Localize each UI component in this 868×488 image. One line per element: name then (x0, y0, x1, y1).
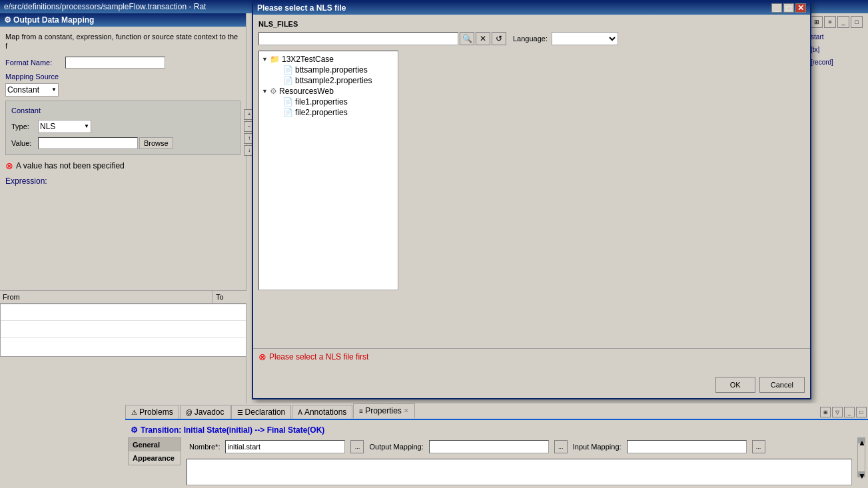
bottom-content: ⚙ Transition: Initial State(initial) -->… (125, 420, 868, 488)
value-label: Value: (11, 139, 38, 147)
declaration-icon: ☰ (237, 409, 243, 416)
nls-dialog: Please select a NLS file _ □ ✕ NLS_FILES (252, 0, 811, 399)
format-name-input[interactable] (65, 57, 165, 69)
language-label: Language: (513, 35, 548, 43)
dialog-status: ⊗ Please select a NLS file first (253, 348, 810, 365)
to-column-header: To (213, 291, 246, 303)
status-error-icon: ⊗ (258, 352, 266, 362)
table-row (1, 338, 246, 354)
expand-icon: ▼ (262, 88, 270, 95)
scrollbar[interactable]: ▲ ▼ (857, 437, 865, 477)
maximize-button[interactable]: □ (783, 3, 794, 13)
tab-problems-label: Problems (139, 407, 173, 417)
close-button[interactable]: ✕ (795, 3, 806, 13)
transition-icon: ⚙ (131, 425, 138, 435)
dialog-titlebar: Please select a NLS file _ □ ✕ (253, 1, 810, 15)
dialog-title-buttons: _ □ ✕ (771, 3, 806, 13)
tab-close-icon[interactable]: ✕ (404, 407, 409, 414)
tab-declaration[interactable]: ☰ Declaration (231, 405, 292, 419)
gear-icon-left: ⚙ (4, 15, 11, 25)
right-panel: ⊞ ≡ _ □ start [tx] [record] (808, 13, 868, 406)
output-mapping-label: Output Mapping: (369, 443, 423, 451)
file-icon: 📄 (283, 76, 293, 85)
tab-problems[interactable]: ⚠ Problems (125, 405, 179, 419)
output-mapping-input[interactable] (429, 440, 549, 453)
tree-item-file1[interactable]: 📄 file1.properties (262, 97, 395, 107)
tab-toolbar-btn4[interactable]: □ (856, 407, 867, 417)
tree-item-label: ResourcesWeb (279, 87, 334, 96)
transition-text: Transition: Initial State(initial) --> F… (141, 425, 324, 435)
general-appearance-tabs: General Appearance (128, 437, 181, 465)
general-tab[interactable]: General (129, 438, 181, 451)
tab-javadoc[interactable]: @ Javadoc (180, 405, 230, 419)
annotations-icon: A (298, 409, 302, 416)
nombre-more-button[interactable]: ... (350, 440, 364, 453)
tree-item-bttsample2[interactable]: 📄 bttsample2.properties (262, 75, 395, 86)
maximize-icon: □ (786, 3, 791, 13)
nls-type-dropdown[interactable]: NLS ▼ (38, 120, 91, 133)
file-icon: 📄 (283, 97, 293, 107)
tree-item-13x2testcase[interactable]: ▼ 📁 13X2TestCase (262, 54, 395, 65)
search-input[interactable] (258, 32, 458, 45)
expression-row: Expression: (5, 176, 240, 186)
tab-properties[interactable]: ≡ Properties ✕ (353, 403, 415, 419)
dialog-title: Please select a NLS file (257, 3, 346, 13)
minimize-button[interactable]: _ (771, 3, 782, 13)
browse-button[interactable]: Browse (139, 137, 173, 149)
error-icon: ⊗ (5, 160, 13, 171)
right-btn-4[interactable]: □ (851, 16, 863, 28)
table-row (1, 304, 246, 321)
left-panel-title: ⚙ Output Data Mapping (0, 13, 246, 27)
scroll-down-arrow[interactable]: ▼ (858, 471, 865, 477)
tab-toolbar-btn1[interactable]: ⊞ (820, 407, 831, 417)
from-column-header: From (0, 291, 213, 303)
ide-title: e/src/definitions/processors/sampleFlow.… (4, 2, 206, 11)
status-message: Please select a NLS file first (269, 352, 368, 362)
expression-label: Expression: (5, 176, 47, 186)
chevron-down-icon: ▼ (51, 87, 57, 93)
search-icon: 🔍 (462, 34, 472, 43)
constant-dropdown[interactable]: Constant ▼ (5, 83, 59, 97)
appearance-tab[interactable]: Appearance (129, 451, 181, 465)
refresh-button[interactable]: ↺ (492, 32, 506, 45)
folder-icon: 📁 (270, 55, 280, 64)
file-tree[interactable]: ▼ 📁 13X2TestCase 📄 bttsample.properties … (258, 51, 398, 290)
right-btn-3[interactable]: _ (837, 16, 849, 28)
search-bar: 🔍 ✕ ↺ Language: (258, 32, 805, 45)
tree-item-resourcesweb[interactable]: ▼ ⚙ ResourcesWeb (262, 86, 395, 97)
nls-chevron-icon: ▼ (84, 123, 89, 129)
search-button[interactable]: 🔍 (460, 32, 474, 45)
clear-icon: ✕ (480, 34, 486, 43)
from-to-rows (0, 304, 246, 357)
tab-properties-label: Properties (365, 406, 402, 415)
clear-button[interactable]: ✕ (476, 32, 490, 45)
tab-annotations-label: Annotations (304, 407, 346, 417)
value-input[interactable] (38, 137, 138, 149)
scroll-up-arrow[interactable]: ▲ (858, 438, 865, 443)
left-panel: ⚙ Output Data Mapping Map from a constan… (0, 13, 246, 406)
language-dropdown[interactable] (552, 32, 618, 45)
ok-button[interactable]: OK (715, 377, 755, 393)
cancel-button[interactable]: Cancel (759, 377, 805, 393)
right-btn-2[interactable]: ≡ (824, 16, 836, 28)
tree-item-bttsample[interactable]: 📄 bttsample.properties (262, 65, 395, 75)
input-mapping-more-button[interactable]: ... (752, 440, 765, 453)
tab-toolbar-btn2[interactable]: ▽ (832, 407, 843, 417)
nombre-input[interactable] (225, 440, 345, 453)
bottom-left-panel (0, 403, 125, 488)
tab-annotations[interactable]: A Annotations (292, 405, 352, 419)
type-row: Type: NLS ▼ (11, 120, 234, 133)
javadoc-icon: @ (186, 409, 193, 416)
properties-text-area[interactable] (187, 459, 852, 485)
problems-icon: ⚠ (131, 409, 137, 416)
nombre-label: Nombre*: (189, 443, 220, 451)
tree-item-file2[interactable]: 📄 file2.properties (262, 107, 395, 118)
refresh-icon: ↺ (496, 34, 502, 43)
tab-toolbar-btn3[interactable]: _ (844, 407, 855, 417)
right-btn-1[interactable]: ⊞ (811, 16, 823, 28)
constant-section: Constant Type: NLS ▼ Value: Browse (5, 101, 240, 155)
input-mapping-input[interactable] (627, 440, 747, 453)
close-icon: ✕ (797, 3, 804, 13)
output-mapping-more-button[interactable]: ... (554, 440, 568, 453)
table-row (1, 321, 246, 338)
